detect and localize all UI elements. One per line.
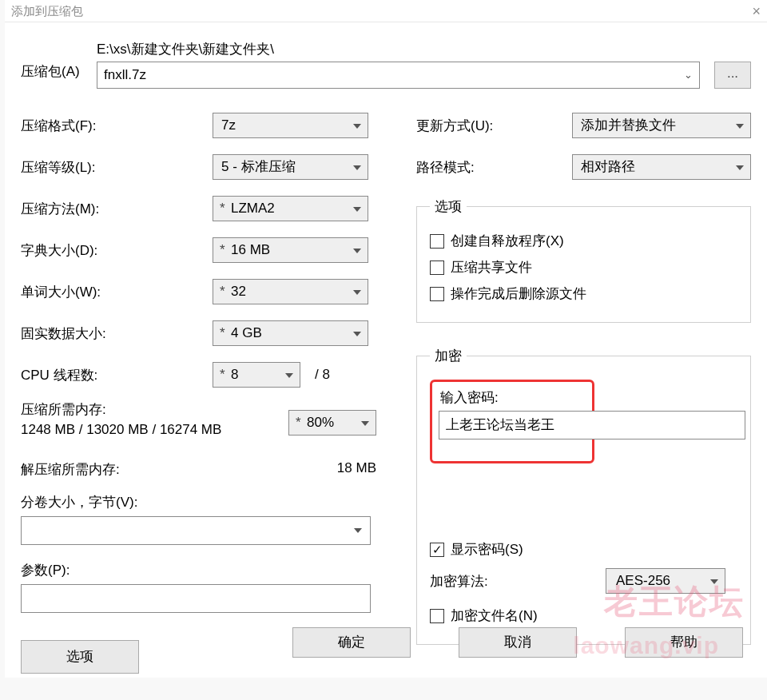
options-group: 选项 创建自释放程序(X) 压缩共享文件 操作完成后删除源文件 [416,197,751,323]
algorithm-label: 加密算法: [430,572,606,591]
archive-filename-select[interactable]: ⌄ fnxll.7z [97,62,700,89]
watermark-url: laowang.vip [573,632,719,659]
threads-label: CPU 线程数: [21,366,213,384]
mem-decompress-value: 18 MB [337,460,376,479]
content-area: 压缩包(A) E:\xs\新建文件夹\新建文件夹\ ⌄ fnxll.7z ...… [5,22,767,674]
delete-label: 操作完成后删除源文件 [451,284,586,303]
dict-label: 字典大小(D): [21,241,213,260]
level-select[interactable]: 5 - 标准压缩 [213,154,368,180]
shared-checkbox[interactable] [430,261,444,275]
encrypt-legend: 加密 [430,347,467,365]
mem-percent-select[interactable]: 80% [288,410,376,436]
title-bar: 添加到压缩包 × [5,0,767,22]
threads-select[interactable]: 8 [213,362,300,388]
update-label: 更新方式(U): [416,117,572,135]
options-legend: 选项 [430,197,467,216]
level-label: 压缩等级(L): [21,158,213,177]
split-select[interactable] [21,516,371,545]
archive-label: 压缩包(A) [21,40,97,81]
solid-select[interactable]: 4 GB [213,320,368,346]
method-label: 压缩方法(M): [21,200,213,218]
split-label: 分卷大小，字节(V): [21,493,376,511]
format-label: 压缩格式(F): [21,117,213,135]
params-label: 参数(P): [21,561,376,579]
pathmode-label: 路径模式: [416,158,572,177]
word-label: 单词大小(W): [21,283,213,301]
sfx-label: 创建自释放程序(X) [451,232,564,250]
method-select[interactable]: LZMA2 [213,196,368,221]
password-label: 输入密码: [440,388,584,407]
word-select[interactable]: 32 [213,279,368,304]
dict-select[interactable]: 16 MB [213,237,368,263]
delete-checkbox[interactable] [430,287,444,301]
show-password-checkbox[interactable]: ✓ [430,543,444,557]
encrypt-names-checkbox[interactable] [430,609,444,623]
dialog-window: 添加到压缩包 × 压缩包(A) E:\xs\新建文件夹\新建文件夹\ ⌄ fnx… [5,0,767,678]
solid-label: 固实数据大小: [21,324,213,343]
show-password-label: 显示密码(S) [451,540,523,559]
sfx-checkbox[interactable] [430,234,444,249]
left-column: 压缩格式(F): 7z 压缩等级(L): 5 - 标准压缩 压缩方法(M): L… [21,105,376,674]
password-input[interactable]: 上老王论坛当老王 [439,411,745,439]
ok-button[interactable]: 确定 [292,627,411,658]
archive-filename: fnxll.7z [104,67,146,82]
mem-compress-label: 压缩所需内存: [21,400,288,419]
params-input[interactable] [21,584,371,613]
threads-max: / 8 [315,367,330,383]
archive-path: E:\xs\新建文件夹\新建文件夹\ [97,40,751,58]
mem-decompress-label: 解压缩所需内存: [21,460,120,479]
cancel-button[interactable]: 取消 [459,627,577,658]
shared-label: 压缩共享文件 [451,258,532,276]
pathmode-select[interactable]: 相对路径 [572,154,751,180]
encrypt-names-label: 加密文件名(N) [451,607,538,625]
watermark-text: 老王论坛 [604,579,745,624]
browse-button[interactable]: ... [714,62,751,89]
window-title: 添加到压缩包 [11,4,83,18]
password-highlight: 输入密码: 上老王论坛当老王 [430,380,594,463]
format-select[interactable]: 7z [213,113,368,138]
chevron-down-icon: ⌄ [684,69,693,81]
close-icon[interactable]: × [752,0,761,22]
update-select[interactable]: 添加并替换文件 [572,113,751,138]
mem-compress-value: 1248 MB / 13020 MB / 16274 MB [21,422,288,438]
